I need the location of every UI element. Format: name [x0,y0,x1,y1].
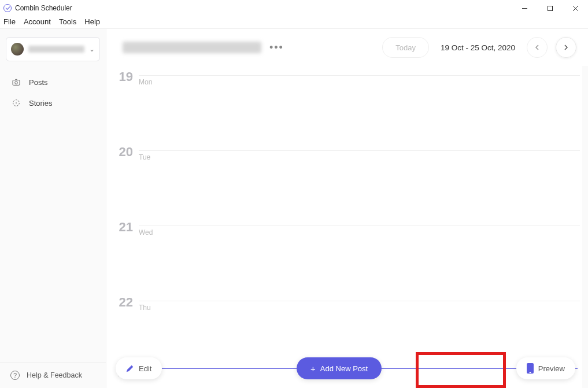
menubar: File Account Tools Help [0,16,588,29]
today-label: Today [395,43,416,52]
header-title-redacted [123,42,261,53]
day-number: 22 [106,295,139,310]
day-of-week: Tue [139,150,580,161]
day-of-week: Mon [139,75,580,86]
sidebar-nav: Posts Stories [0,67,106,118]
svg-rect-4 [13,80,20,86]
menu-account[interactable]: Account [24,17,51,26]
nav-posts[interactable]: Posts [0,72,106,93]
stories-icon [12,98,21,108]
chevron-right-icon [563,44,569,51]
date-range: 19 Oct - 25 Oct, 2020 [441,43,515,52]
help-label: Help & Feedback [27,371,82,379]
window-controls [512,0,588,16]
preview-label: Preview [538,364,565,373]
maximize-button[interactable] [537,0,563,16]
close-button[interactable] [563,0,588,16]
svg-rect-1 [548,6,552,10]
day-number: 21 [106,220,139,235]
avatar [11,43,24,56]
pencil-icon [126,364,134,372]
today-button[interactable]: Today [382,37,429,58]
main-header: ••• Today 19 Oct - 25 Oct, 2020 [106,29,588,66]
edit-label: Edit [139,364,151,373]
app-title: Combin Scheduler [15,4,72,12]
add-label: Add New Post [320,364,368,373]
svg-point-5 [15,82,18,84]
more-icon[interactable]: ••• [269,42,284,54]
phone-icon [527,363,534,374]
account-picker[interactable]: ⌄ [6,37,100,61]
menu-help[interactable]: Help [84,17,100,26]
titlebar: Combin Scheduler [0,0,588,16]
day-row[interactable]: 22 Thu [106,291,580,343]
day-row[interactable]: 20 Tue [106,141,580,216]
chevron-down-icon: ⌄ [89,45,95,53]
edit-button[interactable]: Edit [116,357,162,379]
scrollbar[interactable] [582,66,588,388]
sidebar: ⌄ Posts Stories ? Help & Feedback [0,29,106,388]
next-week-button[interactable] [556,37,576,58]
menu-file[interactable]: File [3,17,16,26]
nav-stories[interactable]: Stories [0,93,106,113]
help-icon: ? [10,371,20,380]
main: ••• Today 19 Oct - 25 Oct, 2020 19 Mon 2… [106,29,588,388]
day-row[interactable]: 19 Mon [106,66,580,141]
svg-point-7 [16,102,17,104]
preview-button[interactable]: Preview [516,357,575,379]
chevron-left-icon [534,44,541,51]
app-icon [3,4,12,12]
camera-icon [12,77,21,87]
day-number: 20 [106,145,139,160]
sidebar-footer[interactable]: ? Help & Feedback [0,362,106,388]
day-number: 19 [106,69,139,84]
day-row[interactable]: 21 Wed [106,216,580,291]
nav-label: Stories [29,99,52,108]
titlebar-left: Combin Scheduler [3,4,72,12]
plus-icon: + [310,364,316,373]
menu-tools[interactable]: Tools [59,17,76,26]
day-of-week: Thu [139,301,580,312]
prev-week-button[interactable] [527,37,548,58]
day-of-week: Wed [139,226,580,237]
calendar: 19 Mon 20 Tue 21 Wed 22 Thu [106,66,588,388]
minimize-button[interactable] [512,0,537,16]
nav-label: Posts [29,78,48,87]
add-new-post-button[interactable]: + Add New Post [297,357,382,379]
account-name-redacted [28,46,84,53]
